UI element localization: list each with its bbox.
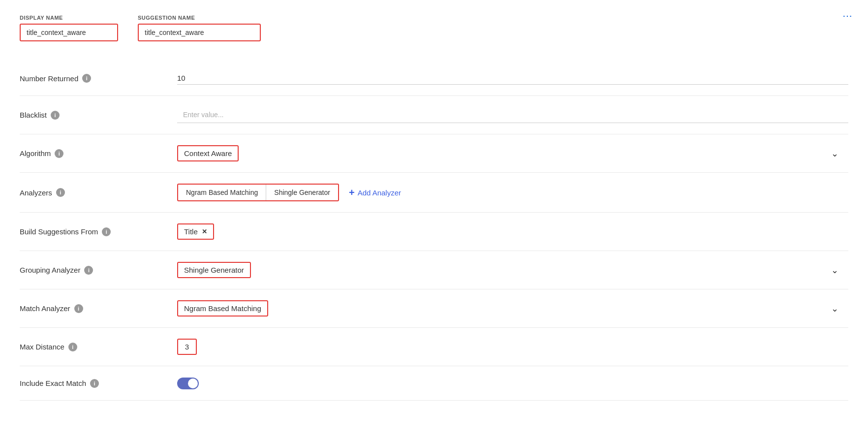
grouping-analyzer-row: Grouping Analyzer i Shingle Generator ⌄ [20, 251, 848, 289]
number-returned-row: Number Returned i [20, 61, 848, 96]
include-exact-match-row: Include Exact Match i [20, 366, 848, 401]
blacklist-info-icon[interactable]: i [51, 111, 60, 120]
include-exact-match-content [177, 378, 848, 389]
max-distance-value: 3 [177, 339, 197, 355]
match-analyzer-row: Match Analyzer i Ngram Based Matching ⌄ [20, 289, 848, 328]
include-exact-match-label: Include Exact Match [20, 379, 86, 387]
number-returned-content [177, 72, 848, 85]
algorithm-content: Context Aware ⌄ [177, 145, 848, 161]
header-row: DISPLAY NAME SUGGESTION NAME [20, 15, 848, 41]
analyzers-box: Ngram Based Matching Shingle Generator [177, 184, 339, 201]
grouping-analyzer-content: Shingle Generator ⌄ [177, 262, 848, 278]
grouping-analyzer-dropdown[interactable]: Shingle Generator ⌄ [177, 262, 848, 278]
top-right-menu-icon[interactable]: ⋯ [842, 10, 853, 22]
blacklist-label-group: Blacklist i [20, 111, 177, 120]
match-analyzer-dropdown-arrow: ⌄ [831, 303, 838, 314]
max-distance-content: 3 [177, 339, 848, 355]
algorithm-label-group: Algorithm i [20, 149, 177, 158]
include-exact-match-toggle-container [177, 378, 199, 389]
grouping-analyzer-label: Grouping Analyzer [20, 266, 80, 274]
add-analyzer-button[interactable]: + Add Analyzer [349, 187, 401, 198]
blacklist-label: Blacklist [20, 111, 47, 119]
build-suggestions-content: Title ✕ [177, 223, 848, 240]
build-suggestions-label-group: Build Suggestions From i [20, 227, 177, 236]
blacklist-input[interactable] [177, 107, 848, 123]
add-analyzer-label: Add Analyzer [358, 189, 401, 197]
algorithm-row: Algorithm i Context Aware ⌄ [20, 134, 848, 173]
include-exact-match-info-icon[interactable]: i [90, 379, 99, 388]
number-returned-input[interactable] [177, 72, 848, 85]
algorithm-dropdown-arrow: ⌄ [831, 148, 838, 159]
algorithm-info-icon[interactable]: i [55, 149, 63, 158]
suggestion-name-input[interactable] [138, 24, 261, 41]
blacklist-row: Blacklist i [20, 96, 848, 134]
suggestion-name-group: SUGGESTION NAME [138, 15, 261, 41]
max-distance-label: Max Distance [20, 343, 64, 351]
algorithm-value: Context Aware [177, 145, 239, 161]
number-returned-label-group: Number Returned i [20, 74, 177, 83]
analyzers-info-icon[interactable]: i [56, 188, 65, 197]
include-exact-match-label-group: Include Exact Match i [20, 379, 177, 388]
toggle-knob [188, 379, 198, 388]
analyzer-tag-ngram[interactable]: Ngram Based Matching [178, 185, 266, 200]
match-analyzer-content: Ngram Based Matching ⌄ [177, 300, 848, 316]
analyzers-label-group: Analyzers i [20, 188, 177, 197]
add-icon: + [349, 187, 355, 198]
match-analyzer-value: Ngram Based Matching [177, 300, 268, 316]
suggestion-name-label: SUGGESTION NAME [138, 15, 261, 21]
match-analyzer-info-icon[interactable]: i [74, 304, 83, 313]
form-body: Number Returned i Blacklist i Algorithm … [20, 61, 848, 401]
number-returned-label: Number Returned [20, 74, 78, 83]
build-suggestions-tag: Title ✕ [177, 223, 214, 240]
build-suggestions-row: Build Suggestions From i Title ✕ [20, 213, 848, 251]
analyzers-content: Ngram Based Matching Shingle Generator +… [177, 184, 848, 201]
max-distance-row: Max Distance i 3 [20, 328, 848, 366]
analyzers-container: Ngram Based Matching Shingle Generator +… [177, 184, 401, 201]
grouping-analyzer-info-icon[interactable]: i [84, 266, 93, 275]
match-analyzer-dropdown[interactable]: Ngram Based Matching ⌄ [177, 300, 848, 316]
build-suggestions-tag-close[interactable]: ✕ [202, 228, 207, 235]
display-name-input[interactable] [20, 24, 118, 41]
analyzer-tag-shingle[interactable]: Shingle Generator [266, 185, 338, 200]
display-name-group: DISPLAY NAME [20, 15, 118, 41]
analyzers-row: Analyzers i Ngram Based Matching Shingle… [20, 173, 848, 213]
grouping-analyzer-dropdown-arrow: ⌄ [831, 265, 838, 276]
grouping-analyzer-label-group: Grouping Analyzer i [20, 266, 177, 275]
grouping-analyzer-value: Shingle Generator [177, 262, 251, 278]
blacklist-content [177, 107, 848, 123]
match-analyzer-label-group: Match Analyzer i [20, 304, 177, 313]
max-distance-label-group: Max Distance i [20, 343, 177, 351]
include-exact-match-toggle[interactable] [177, 378, 199, 389]
page-container: ⋯ DISPLAY NAME SUGGESTION NAME Number Re… [0, 0, 868, 415]
number-returned-info-icon[interactable]: i [82, 74, 91, 83]
algorithm-label: Algorithm [20, 149, 51, 158]
build-suggestions-tag-value: Title [184, 227, 198, 236]
max-distance-info-icon[interactable]: i [68, 343, 77, 351]
build-suggestions-label: Build Suggestions From [20, 227, 98, 236]
display-name-label: DISPLAY NAME [20, 15, 118, 21]
build-suggestions-info-icon[interactable]: i [102, 227, 111, 236]
algorithm-dropdown[interactable]: Context Aware ⌄ [177, 145, 848, 161]
match-analyzer-label: Match Analyzer [20, 304, 70, 313]
analyzers-label: Analyzers [20, 189, 52, 197]
